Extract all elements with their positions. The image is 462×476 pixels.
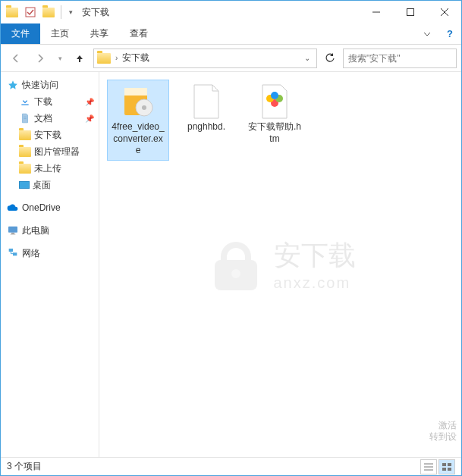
svg-rect-12 — [13, 252, 17, 255]
recent-dropdown-icon[interactable]: ▾ — [54, 48, 66, 69]
svg-rect-29 — [448, 468, 451, 471]
sidebar-label: OneDrive — [22, 202, 61, 213]
minimize-button[interactable] — [359, 1, 393, 23]
lock-icon — [206, 234, 266, 295]
sidebar-label: 下载 — [34, 96, 52, 108]
properties-icon[interactable] — [22, 4, 39, 20]
sidebar-item-downloads[interactable]: 下载 📌 — [1, 93, 99, 110]
document-icon — [19, 112, 31, 124]
sidebar-item-picmgr[interactable]: 图片管理器 — [1, 143, 99, 160]
installer-icon — [120, 83, 156, 120]
folder-icon[interactable] — [4, 4, 20, 20]
sidebar-label: 图片管理器 — [34, 146, 80, 158]
ribbon-expand-icon[interactable] — [416, 23, 438, 44]
svg-rect-11 — [9, 249, 13, 252]
svg-rect-9 — [11, 233, 14, 233]
svg-rect-0 — [26, 8, 35, 17]
folder-icon — [19, 147, 31, 157]
body: 快速访问 下载 📌 文档 📌 安下载 图片管理器 未上 — [1, 72, 461, 457]
ribbon-tabs: 文件 主页 共享 查看 ? — [1, 23, 461, 45]
cloud-icon — [7, 202, 19, 214]
activation-hint: 激活 转到设 — [429, 420, 457, 443]
htm-file-icon — [256, 83, 293, 120]
svg-rect-8 — [8, 227, 17, 233]
tab-home[interactable]: 主页 — [40, 23, 80, 44]
qat-dropdown-icon[interactable]: ▾ — [65, 4, 76, 20]
svg-rect-5 — [21, 105, 28, 105]
svg-rect-28 — [442, 468, 446, 471]
sidebar-item-thispc[interactable]: 此电脑 — [1, 222, 99, 239]
search-input[interactable] — [348, 53, 451, 64]
file-label: pnghhbd. — [187, 121, 225, 133]
close-button[interactable] — [427, 1, 461, 23]
quick-access-toolbar: ▾ — [1, 4, 76, 20]
address-segment[interactable]: 安下载 — [122, 52, 149, 64]
forward-button[interactable] — [30, 48, 51, 69]
sidebar-label: 网络 — [22, 247, 40, 260]
sidebar-item-anxiazai[interactable]: 安下载 — [1, 127, 99, 143]
address-dropdown-icon[interactable]: ⌄ — [301, 54, 313, 62]
address-folder-icon — [97, 53, 111, 64]
svg-rect-14 — [124, 88, 147, 96]
sidebar-label: 快速访问 — [22, 79, 58, 92]
search-box[interactable] — [343, 49, 457, 68]
sidebar-item-notuploaded[interactable]: 未上传 — [1, 160, 99, 177]
tab-file[interactable]: 文件 — [1, 23, 40, 44]
download-icon — [19, 96, 31, 108]
tab-share[interactable]: 共享 — [80, 23, 119, 44]
help-icon[interactable]: ? — [438, 23, 461, 44]
view-toggle — [420, 459, 455, 474]
sidebar-item-onedrive[interactable]: OneDrive — [1, 199, 99, 216]
up-button[interactable] — [69, 48, 90, 69]
sidebar-label: 安下载 — [34, 129, 61, 142]
sidebar-label: 桌面 — [33, 179, 51, 192]
star-icon — [7, 79, 19, 91]
window-controls — [359, 1, 461, 23]
icons-view-button[interactable] — [438, 459, 455, 474]
pin-icon: 📌 — [85, 114, 94, 123]
status-bar: 3 个项目 — [1, 457, 461, 475]
sidebar-item-network[interactable]: 网络 — [1, 245, 99, 261]
titlebar: ▾ 安下载 — [1, 1, 461, 23]
sidebar-item-desktop[interactable]: 桌面 — [1, 177, 99, 193]
svg-point-22 — [231, 269, 240, 278]
sidebar-item-quickaccess[interactable]: 快速访问 — [1, 77, 99, 93]
window-title: 安下载 — [82, 6, 359, 19]
folder-icon-2[interactable] — [40, 4, 57, 20]
watermark-url: anxz.com — [274, 274, 356, 292]
file-item[interactable]: pnghhbd. — [175, 80, 237, 161]
sidebar-item-documents[interactable]: 文档 📌 — [1, 110, 99, 127]
file-item[interactable]: 安下载帮助.htm — [244, 80, 306, 161]
chevron-right-icon[interactable]: › — [115, 54, 118, 62]
file-label: 4free_video_converter.exe — [111, 121, 165, 157]
svg-rect-27 — [448, 463, 451, 466]
maximize-button[interactable] — [393, 1, 427, 23]
folder-icon — [19, 164, 31, 174]
navigation-pane[interactable]: 快速访问 下载 📌 文档 📌 安下载 图片管理器 未上 — [1, 72, 99, 457]
watermark-text: 安下载 — [274, 237, 356, 274]
network-icon — [7, 247, 19, 259]
sidebar-label: 此电脑 — [22, 224, 49, 237]
svg-point-20 — [271, 92, 278, 99]
address-bar[interactable]: › 安下载 ⌄ — [93, 49, 317, 68]
file-label: 安下载帮助.htm — [247, 121, 302, 145]
svg-rect-26 — [442, 463, 446, 466]
pin-icon: 📌 — [85, 98, 94, 106]
sidebar-label: 未上传 — [34, 162, 61, 175]
file-list[interactable]: 4free_video_converter.exe pnghhbd. — [99, 72, 461, 457]
file-item[interactable]: 4free_video_converter.exe — [107, 80, 169, 161]
refresh-button[interactable] — [320, 49, 340, 68]
svg-rect-21 — [215, 260, 257, 290]
watermark: 安下载 anxz.com — [206, 234, 356, 295]
blank-file-icon — [188, 83, 225, 120]
explorer-window: ▾ 安下载 文件 主页 共享 查看 ? ▾ › 安下载 ⌄ — [0, 0, 462, 476]
desktop-icon — [19, 181, 30, 189]
sidebar-label: 文档 — [34, 112, 52, 125]
item-count: 3 个项目 — [7, 460, 42, 473]
back-button[interactable] — [5, 48, 27, 69]
svg-point-16 — [142, 105, 146, 110]
details-view-button[interactable] — [420, 459, 437, 474]
folder-icon — [19, 130, 31, 140]
tab-view[interactable]: 查看 — [119, 23, 159, 44]
svg-rect-2 — [407, 9, 413, 16]
